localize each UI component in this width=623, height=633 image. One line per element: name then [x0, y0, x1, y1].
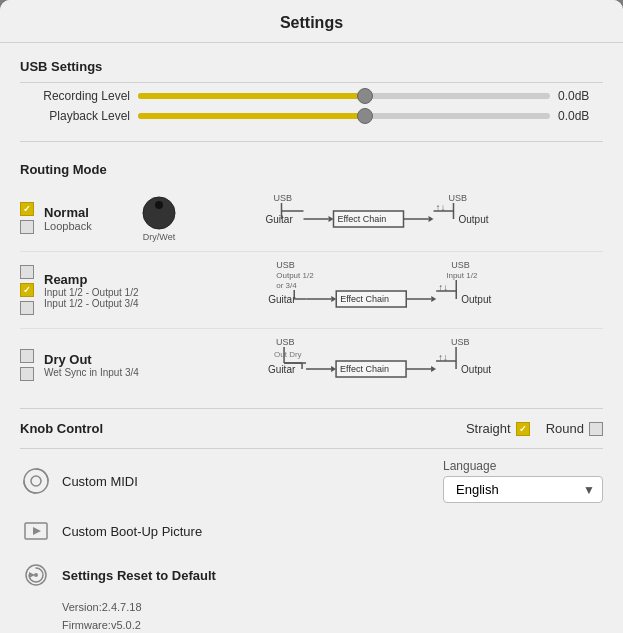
svg-point-1	[155, 201, 163, 209]
reamp-checkbox-top[interactable]	[20, 265, 34, 279]
straight-label: Straight	[466, 421, 511, 436]
playback-level-slider[interactable]	[138, 113, 550, 119]
playback-value: 0.0dB	[558, 109, 603, 123]
svg-text:Output: Output	[461, 294, 491, 305]
reamp-checkbox-mid[interactable]	[20, 283, 34, 297]
reamp-label: Reamp	[44, 272, 139, 287]
svg-text:Output 1/2: Output 1/2	[276, 271, 314, 280]
svg-marker-28	[431, 296, 436, 302]
knob-control-label: Knob Control	[20, 421, 103, 436]
custom-midi-icon	[20, 465, 52, 497]
playback-fill	[138, 113, 365, 119]
loopback-label: Loopback	[44, 220, 134, 232]
routing-section: Routing Mode Normal Loopback	[20, 146, 603, 404]
recording-thumb[interactable]	[357, 88, 373, 104]
svg-text:Out Dry: Out Dry	[274, 350, 302, 359]
dryout-name-col: Dry Out Wet Sync in Input 3/4	[44, 352, 139, 378]
custom-midi-label: Custom MIDI	[62, 474, 138, 489]
knob-divider	[20, 408, 603, 409]
normal-check-col	[20, 202, 36, 234]
settings-reset-label: Settings Reset to Default	[62, 568, 216, 583]
settings-window: Settings USB Settings Recording Level 0.…	[0, 0, 623, 633]
svg-text:USB: USB	[274, 193, 293, 203]
recording-level-label: Recording Level	[20, 89, 130, 103]
svg-text:USB: USB	[276, 260, 295, 270]
firmware-text: Firmware:v5.0.2	[20, 615, 603, 633]
round-checkbox[interactable]	[589, 422, 603, 436]
reamp-signal-diagram: USB Output 1/2 or 3/4 USB Input 1/2 Guit…	[189, 258, 603, 318]
straight-option[interactable]: Straight	[466, 421, 530, 436]
reamp-row: Reamp Input 1/2 - Output 1/2 Input 1/2 -…	[20, 258, 603, 322]
svg-text:Effect Chain: Effect Chain	[340, 294, 389, 304]
dryout-checkbox-bot[interactable]	[20, 367, 34, 381]
playback-level-row: Playback Level 0.0dB	[20, 109, 603, 123]
language-select-wrapper: English French German Spanish Japanese ▼	[443, 476, 603, 503]
drywet-knob[interactable]	[141, 195, 177, 231]
custom-divider	[20, 448, 603, 449]
dryout-row: Dry Out Wet Sync in Input 3/4 USB USB Gu…	[20, 335, 603, 394]
svg-marker-56	[33, 527, 41, 535]
svg-text:Output: Output	[459, 214, 489, 225]
playback-level-label: Playback Level	[20, 109, 130, 123]
routing-dryout: Dry Out Wet Sync in Input 3/4 USB USB Gu…	[20, 329, 603, 400]
dryout-diagram: USB USB Guitar Effect Chain	[189, 335, 603, 394]
recording-level-slider[interactable]	[138, 93, 550, 99]
custom-midi-item[interactable]: Custom MIDI Language English French Germ…	[20, 453, 603, 509]
midi-icon-svg	[21, 466, 51, 496]
language-select-wrap: Language English French German Spanish J…	[443, 459, 603, 503]
svg-text:Effect Chain: Effect Chain	[340, 364, 389, 374]
knob-options: Straight Round	[466, 421, 603, 436]
normal-label: Normal	[44, 205, 134, 220]
svg-marker-10	[429, 216, 434, 222]
dryout-checkbox-top[interactable]	[20, 349, 34, 363]
reset-icon-svg	[21, 560, 51, 590]
normal-signal-diagram: USB USB Guitar Effect Chain	[184, 191, 603, 241]
custom-boot-item[interactable]: Custom Boot-Up Picture	[20, 509, 603, 553]
routing-divider-top	[20, 141, 603, 142]
svg-text:Input 1/2: Input 1/2	[446, 271, 478, 280]
custom-boot-icon	[20, 515, 52, 547]
usb-divider	[20, 82, 603, 83]
reamp-name-col: Reamp Input 1/2 - Output 1/2 Input 1/2 -…	[44, 272, 139, 309]
normal-row: Normal Loopback Dry/Wet	[20, 191, 603, 245]
custom-boot-label: Custom Boot-Up Picture	[62, 524, 202, 539]
normal-checkbox-bot[interactable]	[20, 220, 34, 234]
reamp-sub1: Input 1/2 - Output 1/2	[44, 287, 139, 298]
normal-checkbox-top[interactable]	[20, 202, 34, 216]
dryout-signal-diagram: USB USB Guitar Effect Chain	[189, 335, 603, 390]
recording-value: 0.0dB	[558, 89, 603, 103]
boot-icon-svg	[21, 516, 51, 546]
reamp-check-col	[20, 265, 36, 315]
reamp-sub2: Input 1/2 - Output 3/4	[44, 298, 139, 309]
drywet-label: Dry/Wet	[143, 232, 175, 242]
svg-text:USB: USB	[451, 260, 470, 270]
settings-reset-item[interactable]: Settings Reset to Default	[20, 553, 603, 597]
svg-text:Guitar: Guitar	[268, 364, 296, 375]
version-text: Version:2.4.7.18	[20, 597, 603, 615]
routing-reamp: Reamp Input 1/2 - Output 1/2 Input 1/2 -…	[20, 252, 603, 329]
svg-text:Output: Output	[461, 364, 491, 375]
language-select[interactable]: English French German Spanish Japanese	[443, 476, 603, 503]
normal-knob-col: Dry/Wet	[134, 195, 184, 242]
svg-point-59	[34, 573, 38, 577]
straight-checkbox[interactable]	[516, 422, 530, 436]
reamp-diagram: USB Output 1/2 or 3/4 USB Input 1/2 Guit…	[189, 258, 603, 322]
usb-settings-section: USB Settings Recording Level 0.0dB Playb…	[20, 43, 603, 137]
recording-fill	[138, 93, 365, 99]
svg-text:Effect Chain: Effect Chain	[338, 214, 387, 224]
round-option[interactable]: Round	[546, 421, 603, 436]
svg-text:USB: USB	[451, 337, 470, 347]
settings-reset-icon	[20, 559, 52, 591]
recording-level-row: Recording Level 0.0dB	[20, 89, 603, 103]
routing-section-title: Routing Mode	[20, 162, 603, 177]
routing-normal: Normal Loopback Dry/Wet	[20, 185, 603, 252]
language-label: Language	[443, 459, 603, 473]
playback-thumb[interactable]	[357, 108, 373, 124]
dryout-sub: Wet Sync in Input 3/4	[44, 367, 139, 378]
reamp-checkbox-bot[interactable]	[20, 301, 34, 315]
svg-text:USB: USB	[449, 193, 468, 203]
normal-diagram: USB USB Guitar Effect Chain	[184, 191, 603, 245]
svg-text:USB: USB	[276, 337, 295, 347]
dryout-label: Dry Out	[44, 352, 139, 367]
title-bar: Settings	[0, 0, 623, 43]
